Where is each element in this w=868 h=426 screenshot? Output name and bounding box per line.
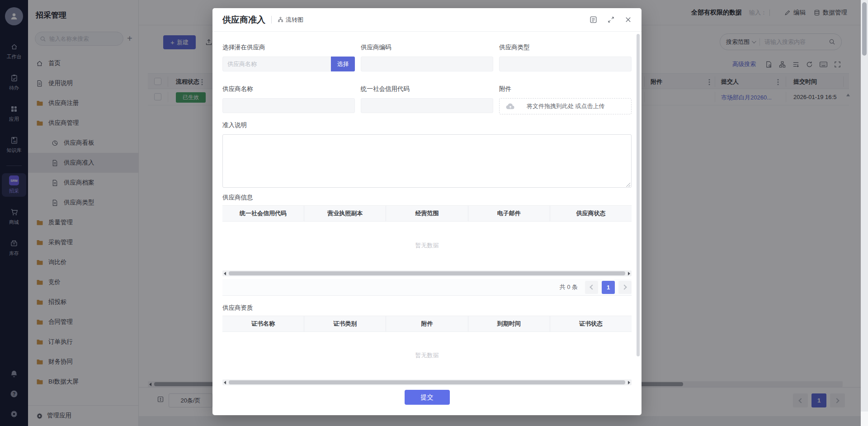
column-header: 经营范围 bbox=[386, 206, 468, 221]
field-supplier-type: 供应商类型 bbox=[499, 43, 632, 71]
field-label: 供应商类型 bbox=[499, 43, 632, 52]
modal-scrollbar-thumb[interactable] bbox=[637, 34, 640, 356]
supplier-type-input[interactable] bbox=[499, 57, 632, 71]
field-supplier-code: 供应商编码 bbox=[361, 43, 493, 71]
column-header: 供应商状态 bbox=[550, 206, 632, 221]
file-upload-dropzone[interactable]: 将文件拖拽到此处 或点击上传 bbox=[499, 98, 632, 114]
modal-body: 选择潜在供应商 选择 供应商编码 供应商类型 供应商名称 bbox=[212, 32, 642, 415]
current-page-button[interactable]: 1 bbox=[602, 281, 615, 294]
column-header: 附件 bbox=[386, 316, 468, 331]
field-supplier-name: 供应商名称 bbox=[222, 85, 355, 114]
supplier-qualification-empty-state: 暂无数据 bbox=[222, 332, 632, 379]
field-label: 选择潜在供应商 bbox=[222, 43, 355, 52]
field-label: 准入说明 bbox=[222, 121, 632, 129]
select-supplier-button[interactable]: 选择 bbox=[331, 57, 355, 71]
section-title-supplier-info: 供应商信息 bbox=[222, 194, 253, 202]
scrollbar-thumb[interactable] bbox=[229, 271, 625, 275]
expand-icon[interactable] bbox=[608, 16, 614, 23]
modal-header: 供应商准入 流转图 bbox=[212, 8, 642, 32]
supplier-info-table-header: 统一社会信用代码营业执照副本经营范围电子邮件供应商状态 bbox=[222, 205, 632, 222]
field-label: 供应商编码 bbox=[361, 43, 493, 52]
supplier-qualification-table: 证书名称证书类别附件到期时间证书状态 暂无数据 bbox=[222, 316, 632, 379]
column-header: 统一社会信用代码 bbox=[222, 206, 304, 221]
column-header: 证书类别 bbox=[304, 316, 386, 331]
column-header: 证书状态 bbox=[550, 316, 632, 331]
scroll-left-icon[interactable] bbox=[224, 381, 226, 384]
field-potential-supplier: 选择潜在供应商 选择 bbox=[222, 43, 355, 71]
field-label: 附件 bbox=[499, 85, 632, 93]
form-row-1: 选择潜在供应商 选择 供应商编码 供应商类型 bbox=[222, 43, 632, 71]
column-header: 营业执照副本 bbox=[304, 206, 386, 221]
field-label: 统一社会信用代码 bbox=[361, 85, 493, 93]
credit-code-input[interactable] bbox=[361, 98, 493, 113]
supplier-name-input[interactable] bbox=[222, 98, 355, 113]
scroll-right-icon[interactable] bbox=[628, 381, 630, 384]
form-row-2: 供应商名称 统一社会信用代码 附件 将文件拖拽到此处 或点击上传 bbox=[222, 85, 632, 114]
form-detail-icon[interactable] bbox=[590, 16, 597, 24]
potential-supplier-input[interactable] bbox=[222, 57, 331, 71]
prev-page-button[interactable] bbox=[585, 281, 598, 294]
next-page-button[interactable] bbox=[618, 281, 632, 294]
chevron-left-icon bbox=[590, 284, 594, 289]
chevron-right-icon bbox=[622, 284, 627, 289]
application-root: 工作台待办应用AI知识库SRM招采商城库存 ? 招采管理 + 首页使用说明供应商… bbox=[0, 0, 868, 426]
page-scrollbar[interactable] bbox=[861, 0, 868, 426]
supplier-code-input[interactable] bbox=[361, 57, 493, 71]
title-divider bbox=[271, 16, 272, 24]
page-scrollbar-thumb[interactable] bbox=[862, 2, 867, 56]
scroll-right-icon[interactable] bbox=[628, 272, 630, 275]
supplier-info-empty-state: 暂无数据 bbox=[222, 222, 632, 269]
sitemap-icon bbox=[278, 17, 283, 23]
section-title-supplier-qualification: 供应商资质 bbox=[222, 304, 253, 312]
scrollbar-thumb[interactable] bbox=[229, 380, 625, 384]
supplier-qualification-table-header: 证书名称证书类别附件到期时间证书状态 bbox=[222, 316, 632, 332]
supplier-info-horizontal-scrollbar[interactable] bbox=[222, 270, 632, 276]
upload-hint-text: 将文件拖拽到此处 或点击上传 bbox=[527, 102, 605, 110]
field-attachment: 附件 将文件拖拽到此处 或点击上传 bbox=[499, 85, 632, 114]
access-note-textarea[interactable] bbox=[222, 134, 632, 188]
column-header: 证书名称 bbox=[222, 316, 304, 331]
field-credit-code: 统一社会信用代码 bbox=[361, 85, 493, 114]
column-header: 电子邮件 bbox=[468, 206, 550, 221]
total-count-label: 共 0 条 bbox=[560, 283, 578, 291]
scrollbar-corner bbox=[861, 412, 868, 426]
column-header: 到期时间 bbox=[468, 316, 550, 331]
field-access-note: 准入说明 bbox=[222, 121, 632, 188]
close-icon[interactable] bbox=[625, 16, 632, 23]
supplier-access-modal: 供应商准入 流转图 选择潜在供应商 选择 bbox=[212, 8, 642, 415]
supplier-info-table: 统一社会信用代码营业执照副本经营范围电子邮件供应商状态 暂无数据 bbox=[222, 205, 632, 269]
submit-button[interactable]: 提交 bbox=[405, 390, 450, 405]
field-label: 供应商名称 bbox=[222, 85, 355, 93]
modal-title: 供应商准入 bbox=[222, 14, 265, 26]
modal-header-actions bbox=[590, 16, 632, 24]
supplier-info-pagination: 共 0 条 1 bbox=[222, 279, 632, 296]
supplier-qualification-horizontal-scrollbar[interactable] bbox=[222, 379, 632, 385]
scroll-left-icon[interactable] bbox=[224, 272, 226, 275]
flow-chart-link[interactable]: 流转图 bbox=[278, 16, 303, 24]
cloud-upload-icon bbox=[506, 103, 515, 109]
